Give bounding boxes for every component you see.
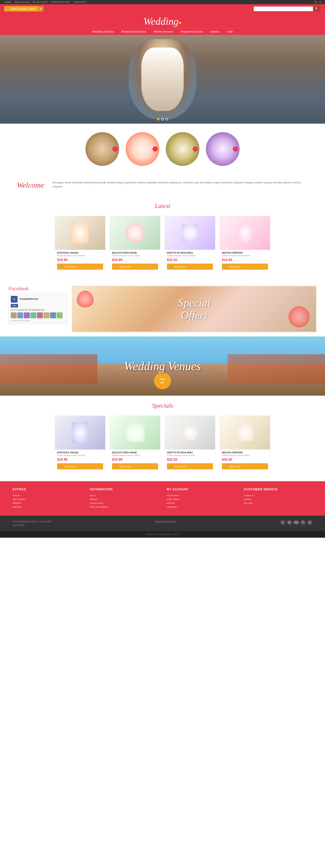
venues-content: Wedding Venues: [124, 359, 201, 373]
special-add-to-cart-3[interactable]: 🛒 Add to cart: [167, 463, 213, 469]
social-linkedin[interactable]: in: [307, 520, 312, 525]
footer-contact-us[interactable]: contact us: [244, 494, 313, 497]
nav-account[interactable]: MY ACCOUNT: [33, 1, 48, 3]
add-to-cart-1[interactable]: 🛒 Add to cart: [57, 264, 103, 270]
view-all-button[interactable]: View all!: [154, 372, 171, 389]
venues-decor-right: [228, 354, 325, 384]
category-woman[interactable]: ›: [85, 132, 119, 166]
venues-title: Wedding Venues: [124, 359, 201, 373]
product-desc-4: Prtaiet kertyane some posteru: [220, 254, 270, 258]
add-to-cart-3[interactable]: 🛒 Add to cart: [167, 264, 213, 270]
welcome-section: Welcome Beciegast riveriti Vitaesaert as…: [0, 174, 325, 196]
facebook-box: Facebook f TemplateMonster Like 19,471 p…: [8, 286, 68, 332]
latest-product-3: KERTYS BYTASA MIAS Prtaiet kertyane some…: [165, 216, 215, 273]
add-to-cart-2[interactable]: 🛒 Add to cart: [112, 264, 158, 270]
footer-delivery[interactable]: delivery: [90, 498, 159, 500]
category-woman-arrow[interactable]: ›: [112, 147, 118, 152]
nav-jewelry[interactable]: Jewelry: [210, 30, 220, 33]
fb-avatar-7: [50, 312, 56, 318]
footer-customer-service: customer service contact us returns site…: [244, 488, 313, 509]
special-desc-1: Prtaiet kertyane some posteru: [55, 454, 105, 458]
category-flowers[interactable]: ›: [126, 132, 159, 166]
welcome-text: Beciegast riveriti Vitaesaert asety kert…: [53, 181, 308, 189]
footer-email-link[interactable]: info@democlenk.org: [155, 520, 176, 523]
fb-avatar-8: [57, 312, 63, 318]
latest-section: Latest BYATSFAS VIAUSA Prtaiet kertyane …: [0, 196, 325, 281]
latest-product-4: MIUYAS FERRODE Prtaiet kertyane some pos…: [220, 216, 270, 273]
category-dress[interactable]: ›: [206, 132, 240, 166]
footer-gift-vouchers[interactable]: gift vouchers: [13, 498, 82, 500]
nav-sale[interactable]: Sale: [227, 30, 233, 33]
footer-order-history[interactable]: order history: [167, 498, 235, 500]
footer-newsletter[interactable]: newsletter: [167, 505, 235, 508]
fb-avatar-5: [37, 312, 43, 318]
footer-returns[interactable]: returns: [244, 498, 313, 500]
product-image-4: [220, 216, 270, 250]
specials-title: Specials: [0, 396, 325, 413]
footer-wish-list[interactable]: wish list: [167, 502, 235, 504]
nav-checkout[interactable]: CHECKOUT: [74, 1, 87, 3]
special-add-to-cart-4[interactable]: 🛒 Add to cart: [222, 463, 268, 469]
special-price-4: $34.00: [220, 458, 270, 463]
hero-dot-3[interactable]: [165, 118, 168, 121]
nav-bridesmaid-dresses[interactable]: Bridesmaid Dresses: [122, 30, 146, 33]
add-to-cart-4[interactable]: 🛒 Add to cart: [222, 264, 268, 270]
hero-dot-2[interactable]: [161, 118, 164, 121]
footer-brands[interactable]: brands: [13, 494, 82, 497]
special-offer-box[interactable]: Special Offer!: [72, 286, 317, 332]
social-rss[interactable]: RSS: [294, 520, 299, 525]
cart-dropdown[interactable]: ▼: [38, 6, 43, 11]
footer-account[interactable]: my account: [167, 494, 235, 497]
social-google-plus[interactable]: G+: [287, 520, 292, 525]
currency-selector[interactable]: $: [320, 1, 321, 3]
footer-extras: extras brands gift vouchers affiliates s…: [13, 488, 82, 509]
product-price-1: $19.99: [55, 258, 105, 264]
nav-wishlist[interactable]: WISH LIST (0): [14, 1, 29, 3]
cart-icon-1: 🛒: [60, 265, 63, 268]
categories-row: › › › ›: [0, 124, 325, 174]
venues-banner: Wedding Venues View all!: [0, 337, 325, 396]
category-rings-arrow[interactable]: ›: [193, 147, 198, 152]
footer-specials[interactable]: specials: [13, 505, 82, 508]
search-button[interactable]: 🔍: [313, 6, 321, 11]
nav-mother-dresses[interactable]: Mother Dresses: [154, 30, 173, 33]
footer-about[interactable]: about: [90, 494, 159, 497]
category-rings[interactable]: ›: [166, 132, 199, 166]
special-price-2: $24.99: [110, 458, 160, 463]
special-product-2: DELIUYS FERG NIASE Prtaiet kertyane some…: [110, 415, 160, 473]
nav-wedding-dresses[interactable]: Wedding Dresses: [92, 30, 114, 33]
footer-privacy-policy[interactable]: privacy policy: [90, 502, 159, 504]
social-pinterest[interactable]: P: [300, 520, 305, 525]
nav-pregnant-dresses[interactable]: Pregnant Dresses: [181, 30, 203, 33]
nav-home[interactable]: HOME: [4, 1, 11, 3]
cart-button[interactable]: 🛒 CART: 0 item(s) - $0.00: [4, 6, 38, 11]
product-image-1: [55, 216, 105, 250]
hero-dot-1[interactable]: [157, 118, 160, 121]
social-twitter[interactable]: 𝕏: [280, 520, 285, 525]
category-flowers-arrow[interactable]: ›: [153, 147, 158, 152]
latest-product-2: DELIUYS FERG NIASE Prtaiet kertyane some…: [110, 216, 160, 273]
specials-section: Specials BYATSFAS VIAUSA Prtaiet kertyan…: [0, 396, 325, 481]
main-nav: Wedding Dresses Bridesmaid Dresses Mothe…: [0, 28, 325, 35]
language-selector[interactable]: En: [315, 1, 317, 3]
cart-icon-2: 🛒: [116, 265, 118, 268]
footer-information: information about delivery privacy polic…: [90, 488, 159, 509]
special-name-1: BYATSFAS VIAUSA: [55, 450, 105, 454]
footer-site-map[interactable]: site map: [244, 502, 313, 504]
special-add-to-cart-1[interactable]: 🛒 Add to cart: [57, 463, 103, 469]
product-name-4: MIUYAS FERRODE: [220, 250, 270, 254]
footer-affiliates[interactable]: affiliates: [13, 502, 82, 504]
fb-like-button[interactable]: Like: [11, 304, 18, 308]
top-bar-right: En $: [315, 1, 321, 3]
footer-terms[interactable]: terms & conditions: [90, 505, 159, 508]
hero-couple-visual: [129, 39, 196, 119]
special-desc-4: Prtaiet kertyane some posteru: [220, 454, 270, 458]
search-input[interactable]: [254, 6, 313, 11]
special-add-to-cart-2[interactable]: 🛒 Add to cart: [112, 463, 158, 469]
footer-social: 𝕏 G+ RSS P in: [280, 520, 312, 525]
brand-section: Wedding♥: [0, 13, 325, 28]
nav-cart[interactable]: SHOPPING CART: [51, 1, 71, 3]
category-dress-arrow[interactable]: ›: [233, 147, 238, 152]
footer-my-account: my account my account order history wish…: [167, 488, 235, 509]
special-price-3: $22.50: [165, 458, 215, 463]
